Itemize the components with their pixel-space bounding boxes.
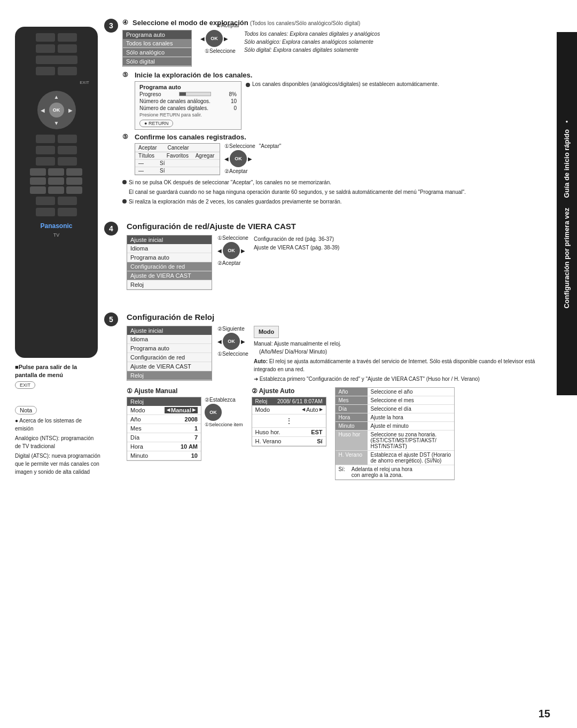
- ok-small-1[interactable]: OK: [206, 30, 223, 47]
- step5-viera-cast[interactable]: Ajuste de VIERA CAST: [127, 362, 212, 371]
- return-button[interactable]: ● RETURN: [139, 120, 173, 127]
- remote-dpad[interactable]: ▲ ▼ ◀ ▶ OK: [37, 91, 76, 129]
- step5-idioma[interactable]: Idioma: [127, 335, 212, 344]
- channel-type-desc: Todos los canales: Explora canales digit…: [244, 30, 380, 54]
- cancelar-header: Cancelar: [167, 145, 189, 151]
- step3-circle: 3: [104, 19, 118, 33]
- remote-control: EXIT ▲ ▼ ◀ ▶ OK: [15, 27, 98, 358]
- step3-header: Seleccione el modo de exploración (Todos…: [132, 19, 360, 27]
- solo-analogico-item[interactable]: Sólo analógico: [123, 48, 191, 57]
- return-btn-area: ● RETURN: [139, 120, 237, 127]
- step5-section: 5 Configuración de Reloj Ajuste inicial …: [104, 312, 553, 480]
- remote-btn-long-1[interactable]: [36, 56, 77, 64]
- step5-sel-label: ①Seleccione: [217, 351, 248, 357]
- remote-btn-4[interactable]: [58, 44, 77, 53]
- remote-btn-14[interactable]: [58, 197, 77, 205]
- page-number: 15: [539, 708, 550, 720]
- info-hverano: H. Verano Establezca el ajuste DST (Hora…: [336, 451, 454, 465]
- reloj-auto-table: Reloj 2008/ 6/11 8:07AM Modo ◀ Auto ▶: [252, 397, 326, 447]
- remote-btn-7[interactable]: [36, 135, 55, 143]
- remote-btn-10[interactable]: [58, 146, 77, 154]
- step4-note2: Ajuste de VIERA CAST (pág. 38-39): [254, 244, 339, 252]
- aceptar-label: ②Aceptar: [216, 22, 239, 28]
- remote-btn-8[interactable]: [58, 135, 77, 143]
- remote-btn-12[interactable]: [58, 157, 77, 166]
- step4-viera-cast[interactable]: Ajuste de VIERA CAST: [127, 271, 212, 280]
- todos-canales-item[interactable]: Todos los canales: [123, 39, 191, 48]
- establezca-ok[interactable]: OK: [205, 404, 222, 421]
- confirm-col-row: Títulos Favoritos Agregar: [135, 152, 220, 160]
- left-arrow-icon: ◀: [200, 36, 205, 42]
- brand-logo: Panasonic: [40, 222, 72, 230]
- all-channels-desc: Todos los canales: Explora canales digit…: [244, 30, 380, 38]
- side-bullet: ●: [566, 119, 568, 124]
- nota-text: ● Acerca de los sistemas de emisión Anal…: [15, 417, 100, 476]
- remote-row5: [36, 146, 77, 154]
- remote-btn-2[interactable]: [58, 33, 77, 42]
- remote-buttons-row3: [36, 56, 77, 64]
- step5-config-red[interactable]: Configuración de red: [127, 353, 212, 362]
- nota-label: Nota: [15, 406, 37, 414]
- step4-circle: 4: [104, 222, 118, 236]
- remote-row7: [36, 197, 77, 205]
- confirm-section: Confirme los canales registrados. Acepta…: [135, 133, 281, 175]
- step5-ok[interactable]: OK: [223, 333, 240, 350]
- right-arrow2-icon: ▶: [248, 156, 252, 162]
- step4-left-arrow: ◀: [217, 248, 222, 254]
- auto-note: Los canales disponibles (analógicos/digi…: [246, 81, 439, 89]
- menu-header: Programa auto: [123, 30, 191, 39]
- remote-row6: [36, 157, 77, 166]
- sub1-title: ① Ajuste Manual: [127, 387, 243, 395]
- info-si: Sí: Adelanta el reloj una horacon arregl…: [336, 465, 454, 480]
- confirm-aceptar2: ②Aceptar: [224, 168, 281, 174]
- step4-reloj[interactable]: Reloj: [127, 280, 212, 289]
- confirm-title: Confirme los canales registrados.: [135, 133, 281, 141]
- step3-section: 3 ④ Seleccione el modo de exploración (T…: [104, 19, 553, 206]
- remote-btn-9[interactable]: [36, 146, 55, 154]
- exit-button[interactable]: EXIT: [15, 381, 35, 389]
- remote-btn-16[interactable]: [58, 208, 77, 216]
- prog-analog-row: Número de canales análogos. 10: [139, 98, 237, 104]
- step5-reloj[interactable]: Reloj: [127, 371, 212, 380]
- ok-button[interactable]: OK: [49, 103, 64, 118]
- solo-digital-item[interactable]: Sólo digital: [123, 57, 191, 66]
- arrow-note: ➜ Establezca primero "Configuración de r…: [254, 375, 553, 383]
- prog-return-text: Presione RETURN para salir.: [139, 112, 237, 118]
- step4-ok[interactable]: OK: [223, 242, 240, 259]
- info-anio: Año Seleccione el año: [336, 388, 454, 396]
- main-content: 3 ④ Seleccione el modo de exploración (T…: [104, 11, 553, 717]
- step4-idioma[interactable]: Idioma: [127, 244, 212, 253]
- confirm-si-row1: —Sí: [135, 160, 220, 167]
- remote-btn-6[interactable]: [58, 67, 77, 75]
- info-huso: Huso hor Seleccione su zona horaria.(EST…: [336, 430, 454, 451]
- ajuste-auto-section: ② Ajuste Auto Reloj 2008/ 6/11 8:07AM Mo…: [252, 387, 326, 447]
- pulse-text: ■Pulse para salir de la pantalla de menú: [15, 363, 98, 380]
- mode-box: Modo: [254, 326, 279, 338]
- remote-btn-15[interactable]: [36, 208, 55, 216]
- exit-label: EXIT: [80, 80, 89, 85]
- step4-note1: Configuración de red (pág. 36-37): [254, 235, 339, 244]
- step5-mode-info: Modo Manual: Ajuste manualmente el reloj…: [254, 326, 553, 383]
- step4-config-red[interactable]: Configuración de red: [127, 262, 212, 271]
- digital-desc: Sólo digital: Explora canales digitales …: [244, 46, 380, 54]
- confirm-nav: ①Seleccione "Aceptar" ◀ OK ▶ ②Aceptar: [224, 143, 281, 174]
- remote-btn-3[interactable]: [36, 44, 55, 53]
- step5-programa-auto[interactable]: Programa auto: [127, 344, 212, 353]
- prog-digital-row: Número de canales digitales. 0: [139, 105, 237, 111]
- aceptar-header: Aceptar: [138, 145, 157, 151]
- prog-header: Programa auto: [139, 84, 237, 90]
- info-table: Año Seleccione el año Mes Seleccione el …: [335, 387, 455, 480]
- remote-btn-11[interactable]: [36, 157, 55, 166]
- remote-top-buttons: [36, 33, 77, 42]
- ok-small-2[interactable]: OK: [230, 150, 247, 167]
- step5-title: Configuración de Reloj: [127, 312, 553, 322]
- step4-programa-auto[interactable]: Programa auto: [127, 253, 212, 262]
- reloj-hora-row: Hora 10 AM: [127, 442, 201, 451]
- remote-btn-1[interactable]: [36, 33, 55, 42]
- remote-btn-13[interactable]: [36, 197, 55, 205]
- remote-btn-5[interactable]: [36, 67, 55, 75]
- reloj-mes-row: Mes1: [127, 424, 201, 433]
- step5-sig-label: ②Siguiente: [217, 326, 248, 332]
- note1-text: Los canales disponibles (analógicos/digi…: [252, 81, 439, 87]
- auto-reloj-header: Reloj 2008/ 6/11 8:07AM: [252, 397, 326, 405]
